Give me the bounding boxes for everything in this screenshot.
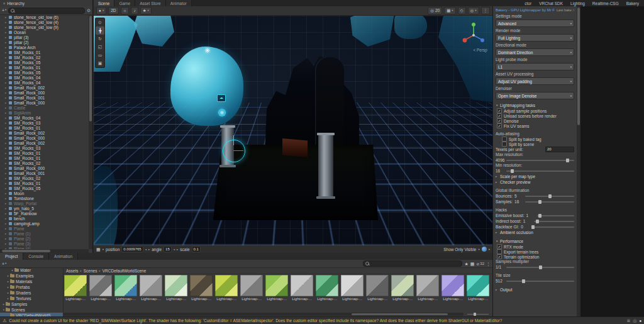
gizmos-dropdown[interactable]: ◎ ▾ xyxy=(468,7,479,14)
tab-asset-store[interactable]: Asset Store xyxy=(135,0,166,6)
hierarchy-item[interactable]: ▸Small_Rock_000 xyxy=(0,100,89,105)
hierarchy-item[interactable]: ▸SM_Rocks_01 xyxy=(0,65,89,70)
gizmo-x-axis[interactable] xyxy=(233,150,243,151)
hierarchy-item[interactable]: ▸Small_Rock_002 xyxy=(0,85,89,90)
view-tool[interactable]: ⊙ xyxy=(96,18,104,26)
menu-realtime-csg[interactable]: Realtime-CSG xyxy=(589,0,623,6)
tab-animator[interactable]: Animator xyxy=(166,0,192,6)
bakery-dropdown-dominant-direction[interactable]: Dominant Direction▾ xyxy=(496,48,574,56)
snap-toggle[interactable]: ◇ xyxy=(458,7,466,14)
view-orientation-gizmo[interactable] xyxy=(460,20,487,48)
menu-lighting[interactable]: Lighting xyxy=(567,0,589,6)
hierarchy-item[interactable]: ▸SM_Rocks_04 xyxy=(0,115,89,120)
hierarchy-item[interactable]: ▸Tombstone xyxy=(0,196,89,201)
slider-thumb[interactable] xyxy=(536,220,539,223)
asset-thumbnail[interactable]: Lightmap-... xyxy=(114,275,138,306)
bakery-dropdown-adjust-uv-padding[interactable]: Adjust UV padding▾ xyxy=(496,77,574,85)
hierarchy-item[interactable]: ▸SM_Rocks_01 xyxy=(0,181,89,186)
hierarchy-item[interactable]: ▸SM_Rocks_05 xyxy=(0,70,89,75)
bakery-foldout-lightmapping-tasks[interactable]: ▼Lightmapping tasks xyxy=(496,103,574,108)
bakery-foldout-checker-preview[interactable]: ▸Checker preview xyxy=(496,179,574,185)
bakery-checkbox-split-by-scene[interactable]: Split by scene xyxy=(496,142,574,147)
bakery-foldout-ambient-occlusion[interactable]: ▸Ambient occlusion xyxy=(496,230,574,235)
hierarchy-item[interactable]: ▸stone_fence_old_low (9) xyxy=(0,25,89,30)
slider-track[interactable] xyxy=(506,281,574,282)
warning-icon[interactable]: ⚠ xyxy=(3,318,6,323)
scene-view-options-button[interactable]: ⋮ xyxy=(481,7,491,14)
slider-thumb[interactable] xyxy=(548,194,552,198)
slider-thumb[interactable] xyxy=(538,214,541,218)
asset-thumbnail[interactable]: Lightmap-... xyxy=(164,275,188,306)
position-field[interactable]: 0.0009765 xyxy=(121,246,143,252)
asset-thumbnail[interactable]: Lightmap-... xyxy=(365,275,389,306)
bakery-checkbox-adjust-sample-positions[interactable]: ✓Adjust sample positions xyxy=(496,108,574,113)
asset-thumbnail[interactable]: Lightmap-... xyxy=(340,275,364,306)
bakery-checkbox-rtx-mode[interactable]: ✓RTX mode xyxy=(496,244,574,249)
bakery-foldout-performance[interactable]: ▼Performance xyxy=(496,238,574,244)
hierarchy-item[interactable]: ▸SM_Rocks_03 xyxy=(0,120,89,125)
hierarchy-vertical-scrollbar[interactable] xyxy=(89,14,92,249)
hierarchy-item[interactable]: ▸Small_Rock_000 xyxy=(0,165,89,170)
hierarchy-item[interactable]: ▸Small_Rock_001 xyxy=(0,95,89,100)
rect-tool[interactable]: ▭ xyxy=(96,51,104,59)
hierarchy-item[interactable]: ▸Palace Arch xyxy=(0,45,89,50)
transform-tool[interactable]: ▣ xyxy=(96,59,104,67)
slider-thumb[interactable] xyxy=(566,159,569,162)
scene-lighting-toggle[interactable]: ☼ xyxy=(121,7,130,14)
hierarchy-item[interactable]: ▸stone_fence_old_low (4) xyxy=(0,20,89,25)
hierarchy-item[interactable]: ▸Small_Rock_002 xyxy=(0,140,89,145)
hierarchy-item[interactable]: ▸SM_Rocks_01 xyxy=(0,155,89,160)
scale-tool[interactable]: ◱ xyxy=(96,43,104,51)
bakery-checkbox-split-by-baked-tag[interactable]: Split by baked tag xyxy=(496,137,574,142)
status-warning-text[interactable]: Could not create a custom UI for the sha… xyxy=(9,318,502,323)
bakery-checkbox-export-terrain-trees[interactable]: Export terrain trees xyxy=(496,249,574,254)
slider-thumb[interactable] xyxy=(531,225,535,229)
asset-thumbnail[interactable]: Lightmap-... xyxy=(189,275,213,306)
bakery-foldout-output[interactable]: ▸Output xyxy=(496,287,574,293)
bakery-dropdown-l1[interactable]: L1▾ xyxy=(496,63,574,70)
checkbox-icon[interactable]: ✓ xyxy=(497,254,502,259)
slider-thumb[interactable] xyxy=(522,279,525,283)
slider-track[interactable] xyxy=(534,221,574,222)
grid-visibility-dropdown[interactable]: ▦ ▾ xyxy=(444,7,455,14)
hierarchy-item[interactable]: ▸SM_Rocks_03 xyxy=(0,145,89,150)
scrollbar-thumb[interactable] xyxy=(89,16,92,121)
bakery-dropdown-advanced[interactable]: Advanced▾ xyxy=(496,20,574,27)
asset-thumbnail[interactable]: Lightmap-... xyxy=(240,275,264,306)
menu-vrchat-sdk[interactable]: VRChat SDK xyxy=(535,0,567,6)
slider-thumb[interactable] xyxy=(511,169,514,173)
panel-options-button[interactable]: ⋮ xyxy=(486,262,491,266)
tab-animation[interactable]: Animation xyxy=(49,253,78,260)
asset-thumbnail[interactable]: Lightmap-... xyxy=(89,275,113,306)
asset-thumbnail[interactable]: Lightmap-... xyxy=(315,275,339,306)
rotate-tool[interactable]: ↻ xyxy=(96,35,104,43)
angle-increment[interactable]: ▸ xyxy=(177,248,178,251)
hierarchy-item[interactable]: ▸Ocean xyxy=(0,30,89,35)
project-folder-scenes[interactable]: ▾Scenes xyxy=(0,307,63,313)
perspective-label[interactable]: < Persp xyxy=(473,48,487,52)
bakery-title-link[interactable]: Bakery - GPU Lightmapper by Mr F xyxy=(496,8,555,12)
create-object-button[interactable]: + ▾ xyxy=(2,8,6,13)
gizmo-y-axis[interactable] xyxy=(233,135,234,145)
scrollbar-thumb[interactable] xyxy=(577,8,580,125)
hierarchy-item[interactable]: ▸Castle xyxy=(0,105,89,110)
angle-field[interactable]: 15 xyxy=(164,246,172,252)
slider-thumb[interactable] xyxy=(474,313,476,316)
hierarchy-item[interactable]: ▸Plane (3) xyxy=(0,241,89,246)
asset-thumbnail[interactable]: Lightmap-... xyxy=(441,275,465,306)
hierarchy-item[interactable]: ▸SM_Rocks_02 xyxy=(0,55,89,60)
hierarchy-item[interactable]: ▸bench xyxy=(0,216,89,221)
position-decrement[interactable]: ◂ xyxy=(145,248,147,251)
slider-track[interactable] xyxy=(506,170,574,172)
slider-thumb[interactable] xyxy=(539,265,542,269)
tab-console[interactable]: Console xyxy=(23,253,49,260)
project-folder-textures[interactable]: ▸Textures xyxy=(0,296,63,301)
thumbnail-size-slider[interactable] xyxy=(467,313,489,316)
directional-light-gizmo-icon[interactable]: ✳ xyxy=(204,47,210,55)
project-folder-shaders[interactable]: ▸Shaders xyxy=(0,290,63,296)
hierarchy-item[interactable]: ▸Small_Rock_001 xyxy=(0,170,89,176)
project-folder-prefabs[interactable]: ▸Prefabs xyxy=(0,284,63,290)
console-log-icon[interactable]: ≣ xyxy=(626,318,630,323)
hierarchy-item[interactable]: ▸campingLamp xyxy=(0,221,89,226)
grid-snap-icon[interactable]: ▦ xyxy=(96,247,101,252)
